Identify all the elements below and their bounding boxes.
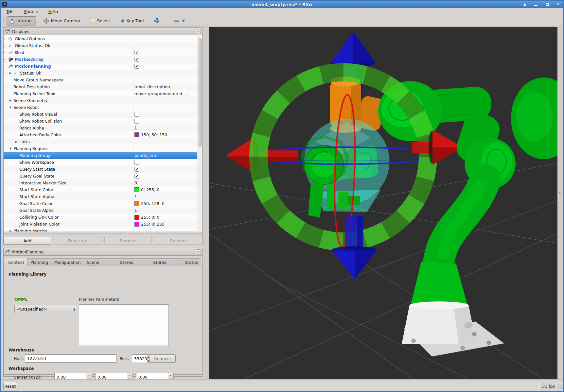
tree-row-goal-state-color[interactable]: Goal State Color250; 128; 0 — [4, 200, 202, 207]
close-button[interactable]: ✕ — [554, 1, 562, 7]
duplicate-display-button[interactable]: Duplicate — [54, 237, 101, 245]
tool-interact[interactable]: Interact — [7, 16, 36, 26]
tool-select[interactable]: Select — [88, 16, 113, 26]
checkbox-checked[interactable]: ✔ — [134, 174, 139, 179]
tree-row-value[interactable]: ✔ — [134, 166, 139, 173]
reset-button[interactable]: Reset — [3, 382, 17, 390]
tree-row-value[interactable]: 255; 0; 255 — [134, 221, 165, 228]
tree-row-value[interactable]: 150; 50; 150 — [134, 131, 167, 138]
tree-row-value[interactable]: 1 — [134, 125, 137, 131]
tool-move-camera[interactable]: Move Camera — [41, 16, 83, 26]
tree-row-value[interactable]: 1 — [134, 193, 137, 200]
tree-row-value[interactable]: ✔ — [134, 63, 139, 70]
resize-grip[interactable] — [557, 384, 563, 389]
tree-row-goal-state-alpha[interactable]: Goal State Alpha1 — [4, 207, 202, 214]
tree-row-value[interactable]: 0 — [134, 179, 137, 186]
add-tool-button[interactable] — [151, 16, 163, 26]
color-swatch[interactable] — [134, 187, 139, 192]
tree-row-grid[interactable]: ▸Grid✔ — [4, 49, 202, 56]
expand-icon[interactable]: ▶ — [9, 230, 13, 231]
tab-manipulation[interactable]: Manipulation — [51, 258, 84, 267]
tree-row-query-goal-state[interactable]: Query Goal State✔ — [4, 173, 202, 179]
color-swatch[interactable] — [134, 132, 139, 137]
tool-key-tool[interactable]: ◆Key Tool — [118, 16, 147, 26]
tree-row-value[interactable]: 0; 255; 0 — [134, 186, 159, 193]
tree-row-planning-group[interactable]: Planning Grouppanda_arm — [4, 152, 202, 159]
checkbox-checked[interactable]: ✔ — [134, 50, 139, 55]
tree-row-start-state-alpha[interactable]: Start State Alpha1 — [4, 193, 202, 200]
tree-row-joint-violation-color[interactable]: Joint Violation Color255; 0; 255 — [4, 221, 202, 228]
color-swatch[interactable] — [134, 215, 139, 220]
menu-file[interactable]: File — [5, 9, 15, 15]
panel-splitter-right[interactable]: ▸ — [557, 27, 564, 379]
expand-icon[interactable]: ▶ — [9, 99, 13, 102]
menu-help[interactable]: Help — [47, 9, 60, 15]
remove-display-button[interactable]: Remove — [104, 237, 152, 245]
tree-row-planning-request[interactable]: ▼Planning Request — [4, 145, 202, 152]
spinner-arrows-icon[interactable]: ▲▼ — [147, 355, 150, 363]
tree-row-attached-body-color[interactable]: Attached Body Color150; 50; 150 — [4, 131, 202, 138]
tree-row-show-workspace[interactable]: Show Workspace — [4, 159, 202, 166]
tree-row-planning-metrics[interactable]: ▶Planning Metrics — [4, 228, 202, 231]
checkbox-unchecked[interactable] — [134, 160, 139, 165]
tree-row-robot-alpha[interactable]: Robot Alpha1 — [4, 125, 202, 131]
tree-row-move-group-namespace[interactable]: Move Group Namespace — [4, 77, 202, 83]
tab-context[interactable]: Context — [5, 258, 27, 266]
tree-row-query-start-state[interactable]: Query Start State✔ — [4, 166, 202, 173]
connect-button[interactable]: Connect — [150, 354, 176, 363]
minimize-button[interactable] — [532, 1, 540, 7]
checkbox-checked[interactable]: ✔ — [134, 64, 139, 69]
toolbar-handle[interactable] — [3, 17, 4, 25]
tree-row-markerarray[interactable]: ▸MarkerArray✔ — [4, 56, 202, 63]
3d-viewport[interactable]: ◂ — [209, 27, 557, 379]
tree-row-value[interactable]: robot_description — [134, 83, 170, 90]
tree-row-colliding-link-color[interactable]: Colliding Link Color255; 0; 0 — [4, 214, 202, 221]
maximize-button[interactable] — [543, 1, 551, 7]
checkbox-checked[interactable]: ✔ — [134, 167, 139, 172]
tab-scene-objects[interactable]: Scene Objects — [84, 258, 117, 267]
tab-stored-states[interactable]: Stored States — [150, 258, 182, 267]
displays-close-icon[interactable]: ✕ — [196, 29, 201, 34]
checkbox-checked[interactable]: ✔ — [134, 57, 139, 62]
displays-scrollbar[interactable] — [197, 36, 202, 231]
menu-panels[interactable]: Panels — [23, 9, 39, 15]
expand-icon[interactable]: ▶ — [15, 140, 19, 143]
tree-row-show-robot-collision[interactable]: Show Robot Collision — [4, 118, 202, 125]
tree-row-robot-description[interactable]: Robot Descriptionrobot_description — [4, 83, 202, 90]
expand-icon[interactable]: ▸ — [4, 44, 8, 47]
expand-icon[interactable]: ▶ — [9, 72, 13, 75]
rename-display-button[interactable]: Rename — [155, 237, 202, 245]
tab-status[interactable]: Status — [182, 258, 201, 267]
tree-row-value[interactable]: 255; 0; 0 — [134, 214, 159, 221]
tree-row-value[interactable] — [134, 111, 139, 118]
tree-row-value[interactable]: ✔ — [134, 56, 139, 63]
tree-row-planning-scene-topic[interactable]: Planning Scene Topicmove_group/monitored… — [4, 90, 202, 97]
tree-row-interactive-marker-size[interactable]: Interactive Marker Size0 — [4, 179, 202, 186]
tree-row-value[interactable]: ✔ — [134, 49, 139, 56]
checkbox-unchecked[interactable] — [134, 119, 139, 124]
expand-icon[interactable]: ▸ — [4, 58, 8, 61]
tree-resize-handle[interactable] — [4, 231, 202, 236]
remove-tool-button[interactable]: ▼ — [171, 16, 188, 26]
expand-icon[interactable]: ▸ — [4, 51, 8, 54]
shade-button[interactable]: ▲ — [521, 1, 529, 7]
tree-row-motionplanning[interactable]: ▾MotionPlanning✔ — [4, 63, 202, 70]
tree-row-value[interactable]: panda_arm — [134, 152, 157, 159]
tree-row-global-status-ok[interactable]: ▸✓Global Status: Ok — [4, 42, 202, 49]
panel-splitter-left[interactable] — [203, 27, 209, 379]
tree-row-links[interactable]: ▶Links — [4, 138, 202, 145]
tree-row-start-state-color[interactable]: Start State Color0; 255; 0 — [4, 186, 202, 193]
tree-row-scene-geometry[interactable]: ▶Scene Geometry — [4, 97, 202, 104]
host-input[interactable]: 127.0.0.1 — [25, 354, 117, 363]
tool-dropdown-icon[interactable]: ▼ — [182, 19, 185, 23]
port-input[interactable]: 33829 ▲▼ — [132, 354, 150, 363]
color-swatch[interactable] — [134, 201, 139, 206]
tree-row-value[interactable]: 250; 128; 0 — [134, 200, 165, 207]
tab-stored-scenes[interactable]: Stored Scenes — [117, 258, 150, 267]
collapse-icon[interactable]: ▾ — [4, 65, 8, 68]
checkbox-unchecked[interactable] — [134, 112, 139, 117]
tree-row-global-options[interactable]: ▸⚙Global Options — [4, 35, 202, 42]
tree-row-value[interactable] — [134, 118, 139, 125]
tab-planning[interactable]: Planning — [27, 258, 51, 267]
tree-row-scene-robot[interactable]: ▼Scene Robot — [4, 104, 202, 111]
